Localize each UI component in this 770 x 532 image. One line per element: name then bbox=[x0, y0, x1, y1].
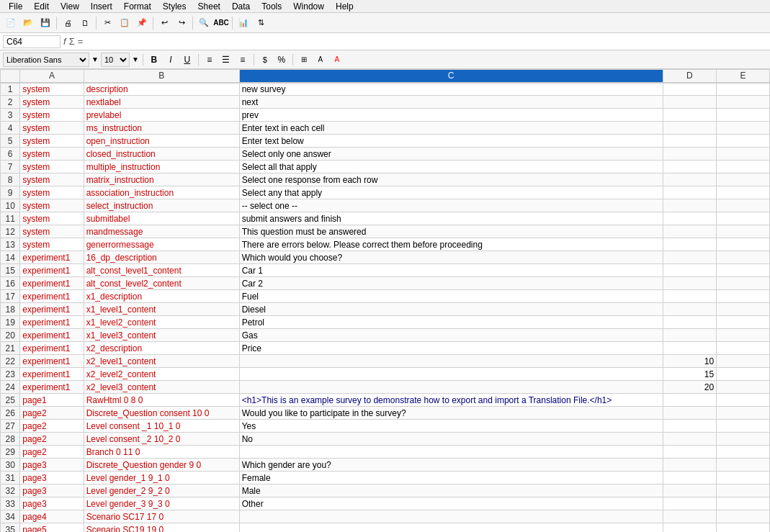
cell-d[interactable] bbox=[663, 238, 716, 251]
cell-c[interactable]: Car 1 bbox=[239, 264, 663, 277]
cell-b[interactable]: mandmessage bbox=[84, 225, 239, 238]
cell-a[interactable]: page2 bbox=[20, 420, 84, 433]
cell-a[interactable]: experiment1 bbox=[20, 251, 84, 264]
cell-a[interactable]: system bbox=[20, 96, 84, 109]
col-header-d[interactable]: D bbox=[663, 70, 716, 83]
cell-a[interactable]: page3 bbox=[20, 497, 84, 510]
cell-b[interactable]: x1_level1_content bbox=[84, 303, 239, 316]
font-size-select[interactable]: 10 8 12 14 16 bbox=[101, 53, 130, 67]
cell-c[interactable]: prev bbox=[239, 109, 663, 122]
cell-e[interactable] bbox=[717, 381, 770, 394]
cell-c[interactable]: Car 2 bbox=[239, 277, 663, 290]
currency-button[interactable]: $ bbox=[258, 53, 272, 67]
cell-e[interactable] bbox=[717, 96, 770, 109]
cell-a[interactable]: system bbox=[20, 109, 84, 122]
italic-button[interactable]: I bbox=[164, 53, 178, 67]
cell-b[interactable]: x1_level2_content bbox=[84, 316, 239, 329]
cell-a[interactable]: page3 bbox=[20, 472, 84, 484]
cell-b[interactable]: submitlabel bbox=[84, 212, 239, 225]
spreadsheet-container[interactable]: A B C D E 1systemdescriptionnew survey2s… bbox=[0, 69, 770, 532]
cell-c[interactable]: Select one response from each row bbox=[239, 173, 663, 186]
cell-d[interactable] bbox=[663, 212, 716, 225]
cell-b[interactable]: Branch 0 11 0 bbox=[84, 446, 239, 459]
cell-b[interactable]: matrix_instruction bbox=[84, 173, 239, 186]
cell-b[interactable]: closed_instruction bbox=[84, 148, 239, 161]
cell-e[interactable] bbox=[717, 303, 770, 316]
cell-d[interactable] bbox=[663, 186, 716, 199]
cell-c[interactable]: Would you like to participate in the sur… bbox=[239, 407, 663, 420]
cell-b[interactable]: x1_level3_content bbox=[84, 329, 239, 342]
cell-b[interactable]: x2_description bbox=[84, 342, 239, 355]
cell-d[interactable] bbox=[663, 161, 716, 173]
cell-d[interactable] bbox=[663, 472, 716, 484]
chart-button[interactable]: 📊 bbox=[236, 15, 251, 31]
save-button[interactable]: 💾 bbox=[37, 15, 53, 31]
paste-button[interactable]: 📌 bbox=[134, 15, 150, 31]
cell-a[interactable]: system bbox=[20, 212, 84, 225]
cell-d[interactable] bbox=[663, 303, 716, 316]
cell-c[interactable] bbox=[239, 368, 663, 381]
cell-c[interactable] bbox=[239, 446, 663, 459]
cell-d[interactable] bbox=[663, 510, 716, 523]
cell-e[interactable] bbox=[717, 251, 770, 264]
cell-e[interactable] bbox=[717, 433, 770, 446]
cell-d[interactable] bbox=[663, 277, 716, 290]
spellcheck-button[interactable]: ABC bbox=[213, 15, 229, 31]
cell-c[interactable]: Female bbox=[239, 472, 663, 484]
cell-c[interactable]: Fuel bbox=[239, 290, 663, 303]
cell-a[interactable]: experiment1 bbox=[20, 303, 84, 316]
cell-a[interactable]: experiment1 bbox=[20, 342, 84, 355]
new-button[interactable]: 📄 bbox=[3, 15, 19, 31]
cell-e[interactable] bbox=[717, 186, 770, 199]
undo-button[interactable]: ↩ bbox=[156, 15, 172, 31]
cell-d[interactable] bbox=[663, 122, 716, 135]
align-center-button[interactable]: ☰ bbox=[219, 53, 233, 67]
menu-styles[interactable]: Styles bbox=[157, 0, 192, 13]
cell-e[interactable] bbox=[717, 497, 770, 510]
cell-b[interactable]: Discrete_Question gender 9 0 bbox=[84, 459, 239, 472]
cell-a[interactable]: page3 bbox=[20, 459, 84, 472]
cell-d[interactable] bbox=[663, 83, 716, 96]
cell-a[interactable]: page2 bbox=[20, 407, 84, 420]
cell-a[interactable]: experiment1 bbox=[20, 316, 84, 329]
cell-a[interactable]: experiment1 bbox=[20, 277, 84, 290]
cell-e[interactable] bbox=[717, 316, 770, 329]
cell-a[interactable]: page2 bbox=[20, 433, 84, 446]
cell-b[interactable]: alt_const_level2_content bbox=[84, 277, 239, 290]
cell-a[interactable]: system bbox=[20, 238, 84, 251]
background-color-button[interactable]: A bbox=[313, 53, 328, 67]
cell-e[interactable] bbox=[717, 394, 770, 407]
cell-c[interactable]: -- select one -- bbox=[239, 199, 663, 212]
cell-d[interactable] bbox=[663, 264, 716, 277]
cell-b[interactable]: open_instruction bbox=[84, 135, 239, 148]
cell-d[interactable] bbox=[663, 316, 716, 329]
cell-b[interactable]: x1_description bbox=[84, 290, 239, 303]
cell-b[interactable]: Scenario SC19 19 0 bbox=[84, 523, 239, 533]
cell-b[interactable]: description bbox=[84, 83, 239, 96]
cell-a[interactable]: page1 bbox=[20, 394, 84, 407]
cell-b[interactable]: nextlabel bbox=[84, 96, 239, 109]
cell-e[interactable] bbox=[717, 523, 770, 533]
cell-e[interactable] bbox=[717, 342, 770, 355]
col-header-b[interactable]: B bbox=[84, 70, 239, 83]
cell-a[interactable]: experiment1 bbox=[20, 264, 84, 277]
menu-edit[interactable]: Edit bbox=[28, 0, 55, 13]
formula-input[interactable] bbox=[86, 35, 767, 48]
cell-e[interactable] bbox=[717, 199, 770, 212]
cell-reference-input[interactable] bbox=[3, 35, 61, 48]
cell-d[interactable] bbox=[663, 446, 716, 459]
cell-c[interactable]: Diesel bbox=[239, 303, 663, 316]
copy-button[interactable]: 📋 bbox=[117, 15, 133, 31]
col-header-e[interactable]: E bbox=[717, 70, 770, 83]
cell-b[interactable]: RawHtml 0 8 0 bbox=[84, 394, 239, 407]
cell-c[interactable]: No bbox=[239, 433, 663, 446]
cell-e[interactable] bbox=[717, 420, 770, 433]
cell-d[interactable] bbox=[663, 523, 716, 533]
cell-a[interactable]: page3 bbox=[20, 484, 84, 497]
cell-c[interactable]: Which gender are you? bbox=[239, 459, 663, 472]
cell-a[interactable]: page2 bbox=[20, 446, 84, 459]
cell-b[interactable]: generrormessage bbox=[84, 238, 239, 251]
cell-c[interactable]: new survey bbox=[239, 83, 663, 96]
cell-b[interactable]: Scenario SC17 17 0 bbox=[84, 510, 239, 523]
cell-e[interactable] bbox=[717, 225, 770, 238]
